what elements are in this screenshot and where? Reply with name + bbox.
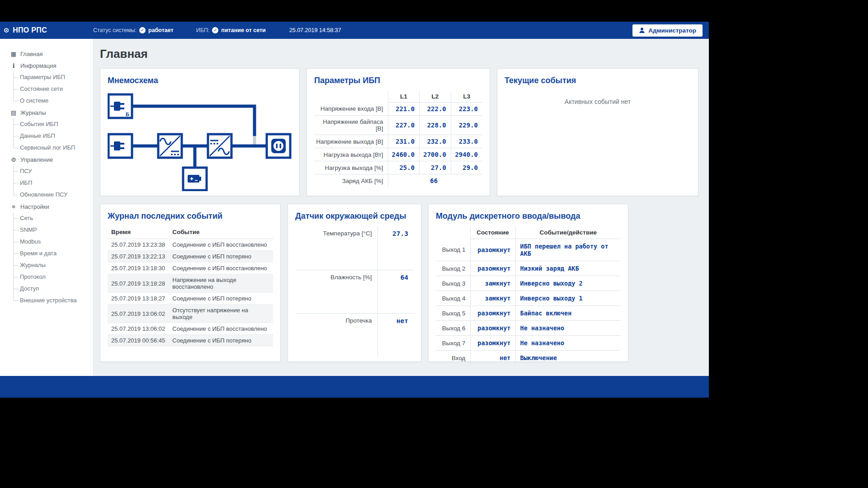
sidebar-item-label: Доступ: [20, 285, 39, 292]
log-time: 25.07.2019 13:18:30: [108, 263, 169, 274]
column-header: L2: [420, 91, 451, 103]
system-status-label: Статус системы:: [93, 27, 137, 33]
param-value: 228.0: [420, 116, 451, 135]
io-action: Не назначено: [515, 321, 621, 336]
sidebar-item-label: Сервисный лог ИБП: [20, 144, 75, 151]
table-row: 25.07.2019 13:22:13 Соединение с ИБП пот…: [108, 251, 273, 263]
param-label: Нагрузка выхода [Вт]: [314, 148, 388, 161]
io-state: нет: [470, 351, 515, 366]
sidebar-item-servisnyy-log[interactable]: Сервисный лог ИБП: [0, 142, 93, 154]
sidebar-item-sostoyanie-seti[interactable]: Состояние сети: [0, 83, 93, 95]
io-state: замкнут: [470, 291, 515, 306]
table-row: Напряжение входа [В] 221.0 222.0 223.0: [314, 103, 482, 116]
card-environment-sensor: Датчик окружающей среды Температура [°C]…: [288, 204, 421, 362]
sidebar-item-label: Сеть: [20, 215, 33, 221]
user-button[interactable]: Администратор: [632, 24, 703, 37]
sidebar-item-informatsiya[interactable]: ℹ Информация: [0, 60, 93, 71]
param-value: 29.0: [451, 161, 482, 174]
param-label: Напряжение байпаса [В]: [314, 116, 388, 135]
sidebar-item-label: ПСУ: [20, 168, 32, 174]
param-label: Заряд АКБ [%]: [314, 174, 388, 188]
sidebar-item-label: Внешние устройства: [20, 297, 77, 304]
battery-charge-value: 66: [388, 174, 482, 188]
table-row: Выход 1 разомкнут ИБП перешел на работу …: [436, 239, 621, 261]
sidebar-item-label: О системе: [20, 97, 48, 104]
log-event: Соединение с ИБП восстановлено: [169, 323, 273, 335]
log-time: 25.07.2019 13:06:02: [108, 305, 169, 323]
sidebar-item-label: Время и дата: [20, 250, 57, 257]
card-discrete-io: Модуль дискретного ввода/вывода Состояни…: [428, 204, 628, 362]
sidebar-item-parametry-ibp[interactable]: Параметры ИБП: [0, 71, 93, 83]
table-row: Протечка нет: [295, 313, 414, 357]
param-value: 27.0: [420, 161, 451, 174]
gear-icon: ⚙: [10, 156, 17, 163]
io-state: разомкнут: [470, 306, 515, 321]
log-event: Соединение с ИБП потеряно: [169, 251, 273, 263]
card-ups-parameters: Параметры ИБП L1 L2 L3 Н: [307, 68, 490, 196]
sidebar-item-set[interactable]: Сеть: [0, 212, 93, 224]
sidebar-item-zhurnaly-settings[interactable]: Журналы: [0, 259, 93, 271]
column-header: L1: [388, 91, 420, 103]
table-row: Заряд АКБ [%] 66: [314, 174, 482, 188]
ups-status-value: питание от сети: [221, 27, 265, 33]
param-value: 229.0: [451, 116, 482, 135]
table-row: Напряжение байпаса [В] 227.0 228.0 229.0: [314, 116, 482, 135]
card-title: Параметры ИБП: [314, 76, 482, 85]
sidebar-item-snmp[interactable]: SNMP: [0, 224, 93, 236]
io-label: Выход 1: [436, 239, 470, 261]
io-state: разомкнут: [470, 239, 515, 261]
sidebar-item-psu[interactable]: ПСУ: [0, 165, 93, 177]
log-time: 25.07.2019 13:06:02: [108, 323, 169, 335]
brand[interactable]: НПО РПС: [4, 24, 47, 36]
datetime: 25.07.2019 14:58:37: [289, 27, 341, 33]
user-name: Администратор: [648, 27, 696, 34]
system-status: Статус системы: ✓ работает: [93, 27, 174, 33]
log-event: Напряжение на выходе восстановлено: [169, 274, 273, 293]
sidebar-item-ibp[interactable]: ИБП: [0, 177, 93, 189]
discrete-io-table: Состояние Событие/действие Выход 1 разом…: [436, 226, 621, 365]
sidebar-item-dannye-ibp[interactable]: Данные ИБП: [0, 130, 93, 142]
io-action: Инверсно выходу 1: [515, 291, 621, 306]
log-time: 25.07.2019 00:56:45: [108, 335, 169, 347]
card-mnemoscheme: Мнемосхема: [100, 68, 300, 196]
sidebar-item-zhurnaly[interactable]: ▤ Журналы: [0, 107, 93, 118]
env-value: 27.3: [377, 226, 414, 270]
ups-ok-icon: ✓: [212, 27, 218, 33]
sidebar-item-obnovlenie-psu[interactable]: Обновление ПСУ: [0, 189, 93, 201]
sidebar-item-label: Параметры ИБП: [20, 74, 65, 80]
sidebar-item-vneshnie-ustroystva[interactable]: Внешние устройства: [0, 295, 93, 306]
sidebar-item-sobytiya-ibp[interactable]: События ИБП: [0, 118, 93, 130]
log-time: 25.07.2019 13:22:13: [108, 251, 169, 263]
page-title: Главная: [100, 47, 709, 61]
sidebar-item-glavnaya[interactable]: ▦ Главная: [0, 48, 93, 60]
sidebar-item-o-sisteme[interactable]: О системе: [0, 95, 93, 107]
param-value: 222.0: [420, 103, 451, 116]
table-row: Нагрузка выхода [%] 25.0 27.0 29.0: [314, 161, 482, 174]
param-label: Нагрузка выхода [%]: [314, 161, 388, 174]
io-action: ИБП перешел на работу от АКБ: [515, 239, 621, 261]
sidebar-item-vremya-i-data[interactable]: Время и дата: [0, 248, 93, 259]
sidebar-item-dostup[interactable]: Доступ: [0, 283, 93, 295]
table-row: Выход 5 разомкнут Байпас включен: [436, 306, 621, 321]
param-value: 233.0: [451, 135, 482, 148]
sidebar-item-modbus[interactable]: Modbus: [0, 236, 93, 248]
sidebar-item-upravlenie[interactable]: ⚙ Управление: [0, 154, 93, 165]
footer: [0, 376, 709, 398]
param-value: 231.0: [388, 135, 420, 148]
sidebar-item-label: ИБП: [20, 179, 32, 186]
ups-status-label: ИБП:: [196, 27, 210, 33]
io-state: разомкнут: [470, 261, 515, 276]
settings-icon: ≡: [10, 203, 17, 210]
sidebar-item-label: Управление: [20, 156, 53, 163]
sidebar-item-label: Данные ИБП: [20, 132, 55, 139]
io-action: Не назначено: [515, 336, 621, 351]
sidebar-item-label: Modbus: [20, 238, 41, 245]
sidebar-item-nastroyki[interactable]: ≡ Настройки: [0, 201, 93, 212]
table-row: 25.07.2019 13:18:28 Напряжение на выходе…: [108, 274, 273, 293]
column-header: Время: [108, 226, 169, 239]
param-value: 221.0: [388, 103, 420, 116]
param-label: Напряжение входа [В]: [314, 103, 388, 116]
card-current-events: Текущие события Активных событий нет: [497, 68, 698, 196]
table-row: Выход 6 разомкнут Не назначено: [436, 321, 621, 336]
sidebar-item-protokol[interactable]: Протокол: [0, 271, 93, 283]
